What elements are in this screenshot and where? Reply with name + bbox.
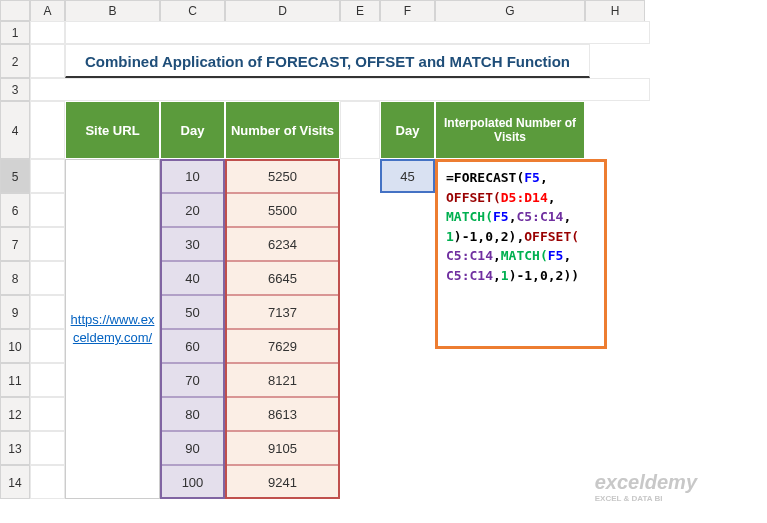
day-cell-11[interactable]: 70 — [160, 363, 225, 397]
col-header-f[interactable]: F — [380, 0, 435, 22]
col-header-e[interactable]: E — [340, 0, 380, 22]
visits-cell-8[interactable]: 6645 — [225, 261, 340, 295]
row-header-2[interactable]: 2 — [0, 44, 30, 78]
header-visits: Number of Visits — [225, 101, 340, 159]
url-container: https://www.exceldemy.com/ — [65, 159, 160, 499]
formula-t22: 1 — [501, 268, 509, 283]
cell-a13 — [30, 431, 65, 465]
cell-a9 — [30, 295, 65, 329]
row-header-4[interactable]: 4 — [0, 101, 30, 159]
header-day: Day — [160, 101, 225, 159]
formula-t17: MATCH( — [501, 248, 548, 263]
row-header-11[interactable]: 11 — [0, 363, 30, 397]
col-header-d[interactable]: D — [225, 0, 340, 22]
visits-cell-7[interactable]: 6234 — [225, 227, 340, 261]
formula-t4: OFFSET( — [446, 190, 501, 205]
formula-display[interactable]: =FORECAST(F5, OFFSET(D5:D14, MATCH(F5,C5… — [435, 159, 607, 349]
col-header-b[interactable]: B — [65, 0, 160, 22]
formula-t18: F5 — [548, 248, 564, 263]
formula-t7: MATCH( — [446, 209, 493, 224]
row-header-3[interactable]: 3 — [0, 78, 30, 101]
cell-a2 — [30, 44, 65, 78]
formula-t13: )-1,0,2), — [454, 229, 524, 244]
row-header-5[interactable]: 5 — [0, 159, 30, 193]
formula-t1: =FORECAST( — [446, 170, 524, 185]
day-cell-5[interactable]: 10 — [160, 159, 225, 193]
cell-a5 — [30, 159, 65, 193]
formula-t21: , — [493, 268, 501, 283]
row-header-6[interactable]: 6 — [0, 193, 30, 227]
formula-t8: F5 — [493, 209, 509, 224]
watermark-logo: exceldemy EXCEL & DATA BI — [595, 471, 697, 503]
watermark-main: exceldemy — [595, 471, 697, 493]
col-header-c[interactable]: C — [160, 0, 225, 22]
visits-cell-14[interactable]: 9241 — [225, 465, 340, 499]
day-cell-9[interactable]: 50 — [160, 295, 225, 329]
day-cell-10[interactable]: 60 — [160, 329, 225, 363]
visits-cell-5[interactable]: 5250 — [225, 159, 340, 193]
formula-t12: 1 — [446, 229, 454, 244]
row-numbers: 1234567891011121314 — [0, 0, 30, 499]
day-cell-6[interactable]: 20 — [160, 193, 225, 227]
formula-t10: C5:C14 — [516, 209, 563, 224]
row-header-12[interactable]: 12 — [0, 397, 30, 431]
cell-a8 — [30, 261, 65, 295]
formula-t5: D5:D14 — [501, 190, 548, 205]
day-input-value: 45 — [400, 169, 414, 184]
row3 — [30, 78, 650, 101]
formula-t16: , — [493, 248, 501, 263]
visits-cell-11[interactable]: 8121 — [225, 363, 340, 397]
visits-cell-12[interactable]: 8613 — [225, 397, 340, 431]
formula-t11: , — [563, 209, 571, 224]
row-header-1[interactable]: 1 — [0, 21, 30, 44]
day-cell-7[interactable]: 30 — [160, 227, 225, 261]
cell-e4 — [340, 101, 380, 159]
row-header-14[interactable]: 14 — [0, 465, 30, 499]
formula-t14: OFFSET( — [524, 229, 579, 244]
row-header-8[interactable]: 8 — [0, 261, 30, 295]
col-header-g[interactable]: G — [435, 0, 585, 22]
cell-a14 — [30, 465, 65, 499]
cell-a1 — [30, 21, 65, 44]
site-url-link[interactable]: https://www.exceldemy.com/ — [66, 307, 159, 351]
cell-a7 — [30, 227, 65, 261]
formula-t19: , — [563, 248, 571, 263]
watermark-sub: EXCEL & DATA BI — [595, 494, 697, 503]
cell-a4 — [30, 101, 65, 159]
row-header-7[interactable]: 7 — [0, 227, 30, 261]
corner-cell[interactable] — [0, 0, 30, 21]
cell-a6 — [30, 193, 65, 227]
formula-t2: F5 — [524, 170, 540, 185]
formula-t23: )-1,0,2)) — [509, 268, 579, 283]
row-header-13[interactable]: 13 — [0, 431, 30, 465]
day-cell-13[interactable]: 90 — [160, 431, 225, 465]
cell-a12 — [30, 397, 65, 431]
visits-cell-10[interactable]: 7629 — [225, 329, 340, 363]
header-site-url: Site URL — [65, 101, 160, 159]
header-interp: Interpolated Number of Visits — [435, 101, 585, 159]
col-header-a[interactable]: A — [30, 0, 65, 22]
formula-t6: , — [548, 190, 556, 205]
column-headers: ABCDEFGH — [30, 0, 645, 22]
formula-t3: , — [540, 170, 548, 185]
cell-a11 — [30, 363, 65, 397]
cell-a10 — [30, 329, 65, 363]
header-day2: Day — [380, 101, 435, 159]
formula-t15: C5:C14 — [446, 248, 493, 263]
visits-cell-6[interactable]: 5500 — [225, 193, 340, 227]
cell-b1-h1 — [65, 21, 650, 44]
visits-cell-13[interactable]: 9105 — [225, 431, 340, 465]
row-header-10[interactable]: 10 — [0, 329, 30, 363]
day-cell-12[interactable]: 80 — [160, 397, 225, 431]
day-input-cell[interactable]: 45 — [380, 159, 435, 193]
row-header-9[interactable]: 9 — [0, 295, 30, 329]
visits-cell-9[interactable]: 7137 — [225, 295, 340, 329]
page-title: Combined Application of FORECAST, OFFSET… — [65, 44, 590, 78]
col-header-h[interactable]: H — [585, 0, 645, 22]
day-cell-14[interactable]: 100 — [160, 465, 225, 499]
day-cell-8[interactable]: 40 — [160, 261, 225, 295]
formula-t20: C5:C14 — [446, 268, 493, 283]
